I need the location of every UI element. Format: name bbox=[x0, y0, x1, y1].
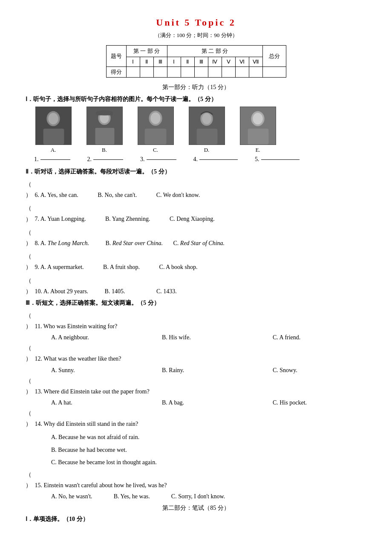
svg-rect-12 bbox=[144, 129, 166, 145]
image-b bbox=[86, 107, 123, 145]
question-14: （ ） 14. Why did Einstein still stand in … bbox=[26, 408, 366, 429]
svg-rect-9 bbox=[96, 111, 112, 116]
score-table: 题号 第 一 部 分 第 二 部 分 总分 ⅠⅡⅢ ⅠⅡⅢⅣⅤⅥⅦ 得分 bbox=[106, 45, 286, 78]
question-7: （ ） 7. A. Yuan Longping. B. Yang Zhennin… bbox=[26, 203, 366, 224]
image-c-label: C. bbox=[153, 147, 158, 153]
svg-rect-2 bbox=[43, 129, 64, 145]
question-12-options: A. Sunny. B. Rainy. C. Snowy. bbox=[51, 367, 366, 374]
question-11: （ ） 11. Who was Einstein waiting for? bbox=[26, 310, 366, 332]
image-a bbox=[35, 107, 72, 145]
image-item-e: E. bbox=[239, 107, 277, 153]
blank-1: 1. bbox=[34, 156, 70, 163]
svg-point-21 bbox=[253, 113, 262, 124]
blank-4: 4. bbox=[193, 156, 238, 163]
blanks-row: 1. 2. 3. 4. 5. bbox=[34, 156, 366, 163]
svg-point-17 bbox=[202, 113, 211, 124]
svg-rect-20 bbox=[248, 129, 268, 145]
part1-title: 第一部分：听力（15 分） bbox=[26, 84, 366, 91]
question-15-options: A. No, he wasn't. B. Yes, he was. C. Sor… bbox=[51, 493, 366, 500]
section1-label: Ⅰ．听句子，选择与所听句子内容相符的图片。每个句子读一遍。（5 分） bbox=[26, 95, 366, 103]
part2-section1: Ⅰ．单项选择。（10 分） bbox=[26, 515, 366, 523]
image-c bbox=[138, 107, 174, 145]
question-13: （ ） 13. Where did Einstein take out the … bbox=[26, 376, 366, 397]
question-14-optB: B. Because he had become wet. bbox=[51, 445, 366, 455]
image-b-label: B. bbox=[102, 147, 107, 153]
image-e bbox=[240, 107, 276, 145]
section1-instruction: ．听句子，选择与所听句子内容相符的图片。每个句子读一遍。（5 分） bbox=[27, 96, 217, 102]
image-item-c: C. bbox=[136, 107, 175, 153]
blank-2: 2. bbox=[87, 156, 124, 163]
question-8: （ ） 8. A. The Long March. B. Red Star ov… bbox=[26, 227, 366, 249]
question-9: （ ） 9. A. A supermarket. B. A fruit shop… bbox=[26, 251, 366, 272]
question-10: （ ） 10. A. About 29 years. B. 1405. C. 1… bbox=[26, 275, 366, 297]
image-item-a: A. bbox=[34, 107, 72, 153]
svg-rect-6 bbox=[95, 128, 114, 145]
image-d bbox=[189, 107, 225, 145]
image-item-b: B. bbox=[85, 107, 124, 153]
images-row: A. B. C. bbox=[34, 107, 366, 153]
svg-point-13 bbox=[150, 113, 160, 124]
section2-label: Ⅱ．听对话，选择正确答案。每段对话读一遍。（5 分） bbox=[26, 168, 366, 176]
image-d-label: D. bbox=[204, 147, 210, 153]
question-11-options: A. A neighbour. B. His wife. C. A friend… bbox=[51, 334, 366, 341]
image-a-label: A. bbox=[51, 147, 56, 153]
question-12: （ ） 12. What was the weather like then? bbox=[26, 343, 366, 364]
question-15: （ ） 15. Einstein wasn't careful about ho… bbox=[26, 469, 366, 491]
question-13-options: A. A hat. B. A bag. C. His pocket. bbox=[51, 399, 366, 406]
blank-5: 5. bbox=[255, 156, 300, 163]
section3-label: Ⅲ．听短文，选择正确答案。短文读两遍。（5 分） bbox=[26, 299, 366, 307]
blank-3: 3. bbox=[140, 156, 176, 163]
question-6: （ ） 6. A. Yes, she can. B. No, she can't… bbox=[26, 179, 366, 200]
image-item-d: D. bbox=[187, 107, 226, 153]
subtitle: （满分：100 分；时间：90 分钟） bbox=[26, 32, 366, 39]
question-14-optA: A. Because he was not afraid of rain. bbox=[51, 432, 366, 442]
svg-point-3 bbox=[48, 113, 58, 124]
image-e-label: E. bbox=[255, 147, 260, 153]
page-title: Unit 5 Topic 2 bbox=[26, 17, 366, 28]
question-14-optC: C. Because he became lost in thought aga… bbox=[51, 457, 366, 468]
part2-title: 第二部分：笔试（85 分） bbox=[26, 504, 366, 512]
svg-rect-16 bbox=[196, 129, 217, 145]
